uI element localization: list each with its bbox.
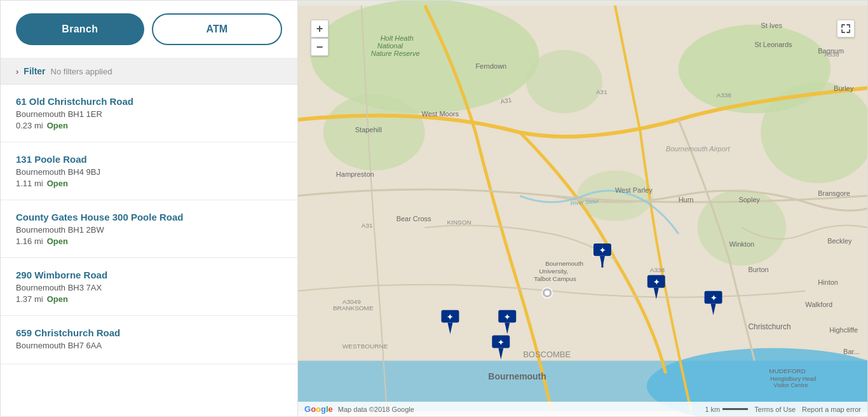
branch-name-3: County Gates House 300 Poole Road xyxy=(16,212,282,222)
branch-distance-2: 1.11 mi xyxy=(16,179,43,188)
left-panel: Branch ATM › Filter No filters applied 6… xyxy=(1,1,298,416)
svg-text:A31: A31 xyxy=(362,222,373,229)
svg-text:University,: University, xyxy=(539,268,568,275)
svg-text:A338: A338 xyxy=(717,92,732,99)
toggle-bar: Branch ATM xyxy=(1,1,297,58)
svg-text:Sopley: Sopley xyxy=(738,196,760,203)
svg-text:Hurn: Hurn xyxy=(679,196,694,203)
svg-text:A338: A338 xyxy=(824,51,839,58)
map-panel: Holt Heath National Nature Reserve St Iv… xyxy=(298,1,867,416)
svg-text:Winkton: Winkton xyxy=(729,240,754,248)
map-svg: Holt Heath National Nature Reserve St Iv… xyxy=(298,1,867,416)
branch-meta-1: 0.23 miOpen xyxy=(16,121,282,130)
scale-label: 1 km xyxy=(705,406,748,413)
svg-text:Stapehill: Stapehill xyxy=(355,126,382,133)
branch-item-1[interactable]: 61 Old Christchurch RoadBournemouth BH1 … xyxy=(1,85,297,142)
filter-chevron-icon: › xyxy=(16,67,18,76)
svg-point-1 xyxy=(311,1,539,113)
branch-name-2: 131 Poole Road xyxy=(16,154,282,165)
svg-text:Hengistbury Head: Hengistbury Head xyxy=(770,376,816,382)
svg-text:✦: ✦ xyxy=(653,278,660,287)
scale-bar xyxy=(722,408,748,410)
svg-text:Bear Cross: Bear Cross xyxy=(397,215,431,222)
branch-name-5: 659 Christchurch Road xyxy=(16,327,282,338)
svg-text:Highcliffe: Highcliffe xyxy=(829,326,858,334)
branch-distance-4: 1.37 mi xyxy=(16,294,43,304)
svg-text:MUDEFORD: MUDEFORD xyxy=(769,367,806,374)
scale-text: 1 km xyxy=(705,406,720,413)
svg-text:✦: ✦ xyxy=(498,338,504,347)
svg-text:Burton: Burton xyxy=(748,266,768,273)
svg-point-3 xyxy=(526,50,602,114)
zoom-out-button[interactable]: − xyxy=(311,38,329,56)
svg-text:A338: A338 xyxy=(650,266,665,273)
map-background: Holt Heath National Nature Reserve St Iv… xyxy=(298,1,867,416)
branch-meta-3: 1.16 miOpen xyxy=(16,236,282,246)
svg-text:✦: ✦ xyxy=(447,313,453,322)
svg-text:Beckley: Beckley xyxy=(827,237,852,245)
branch-item-3[interactable]: County Gates House 300 Poole RoadBournem… xyxy=(1,200,297,258)
report-link[interactable]: Report a map error xyxy=(802,406,861,413)
branch-item-5[interactable]: 659 Christchurch RoadBournemouth BH7 6AA xyxy=(1,316,297,364)
branch-status-1: Open xyxy=(47,121,68,130)
map-controls: + − xyxy=(311,20,329,56)
svg-text:Hinton: Hinton xyxy=(818,278,838,286)
branch-address-5: Bournemouth BH7 6AA xyxy=(16,341,282,350)
zoom-in-button[interactable]: + xyxy=(311,20,329,38)
svg-text:✦: ✦ xyxy=(710,294,717,303)
branch-name-4: 290 Wimborne Road xyxy=(16,270,282,280)
map-data-credit: Map data ©2018 Google xyxy=(338,406,414,413)
svg-text:BOSCOMBE: BOSCOMBE xyxy=(523,350,571,359)
branch-item-4[interactable]: 290 Wimborne RoadBournemouth BH3 7AX1.37… xyxy=(1,258,297,316)
svg-text:Talbot Campus: Talbot Campus xyxy=(534,275,576,282)
branch-status-2: Open xyxy=(47,179,68,188)
filter-bar: › Filter No filters applied xyxy=(1,58,297,85)
svg-text:Christchurch: Christchurch xyxy=(748,322,790,331)
map-footer: Google Map data ©2018 Google 1 km Terms … xyxy=(298,402,867,416)
svg-text:National: National xyxy=(377,42,403,50)
svg-text:✦: ✦ xyxy=(599,246,606,255)
svg-text:Nature Reserve: Nature Reserve xyxy=(371,50,420,57)
filter-status: No filters applied xyxy=(51,67,112,76)
svg-text:✦: ✦ xyxy=(504,313,510,322)
svg-text:Ferndown: Ferndown xyxy=(475,62,506,70)
branch-distance-3: 1.16 mi xyxy=(16,236,43,246)
branch-meta-2: 1.11 miOpen xyxy=(16,179,282,188)
svg-text:BRANKSOME: BRANKSOME xyxy=(333,304,374,311)
svg-text:A31: A31 xyxy=(596,88,607,95)
branch-distance-1: 0.23 mi xyxy=(16,121,43,130)
svg-text:A3049: A3049 xyxy=(342,298,361,305)
filter-link[interactable]: Filter xyxy=(24,66,45,76)
svg-text:Bournemouth: Bournemouth xyxy=(488,371,546,381)
svg-text:Bransgore: Bransgore xyxy=(818,189,850,197)
branch-meta-4: 1.37 miOpen xyxy=(16,294,282,304)
google-logo: Google xyxy=(304,404,333,414)
svg-text:Walkford: Walkford xyxy=(805,301,832,308)
terms-link[interactable]: Terms of Use xyxy=(754,406,796,413)
svg-text:Bar...: Bar... xyxy=(843,348,860,355)
branch-address-1: Bournemouth BH1 1ER xyxy=(16,109,282,119)
svg-text:Visitor Centre: Visitor Centre xyxy=(773,382,808,388)
branch-name-1: 61 Old Christchurch Road xyxy=(16,96,282,107)
svg-text:St Leonards: St Leonards xyxy=(754,41,792,48)
branch-status-4: Open xyxy=(47,294,68,304)
branch-status-3: Open xyxy=(47,236,68,246)
svg-text:Holt Heath: Holt Heath xyxy=(381,34,414,42)
svg-text:West Moors: West Moors xyxy=(422,110,459,118)
svg-text:Burley: Burley xyxy=(834,85,854,92)
branch-item-2[interactable]: 131 Poole RoadBournemouth BH4 9BJ1.11 mi… xyxy=(1,142,297,200)
branch-button[interactable]: Branch xyxy=(16,13,144,45)
atm-button[interactable]: ATM xyxy=(152,13,283,45)
svg-text:KINSON: KINSON xyxy=(447,219,471,226)
svg-point-74 xyxy=(545,291,550,296)
expand-map-button[interactable] xyxy=(837,20,855,38)
svg-text:St Ives: St Ives xyxy=(761,22,782,29)
svg-text:Bournemouth: Bournemouth xyxy=(545,260,583,267)
branch-address-4: Bournemouth BH3 7AX xyxy=(16,283,282,292)
branch-address-3: Bournemouth BH1 2BW xyxy=(16,225,282,235)
svg-text:WESTBOURNE: WESTBOURNE xyxy=(342,343,388,350)
branch-address-2: Bournemouth BH4 9BJ xyxy=(16,167,282,177)
svg-text:Hampreston: Hampreston xyxy=(336,170,374,178)
svg-text:West Parley: West Parley xyxy=(615,186,653,194)
svg-text:Bournemouth Airport: Bournemouth Airport xyxy=(666,145,731,153)
